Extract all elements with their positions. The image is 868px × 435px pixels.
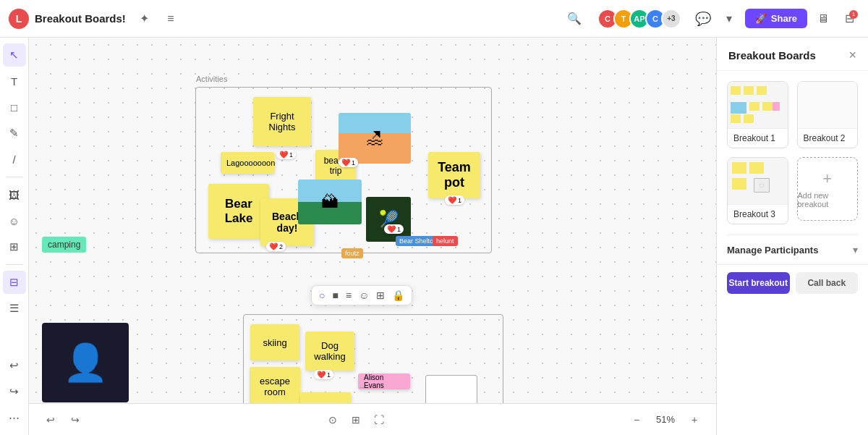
- panel-title: Breakout Boards: [728, 49, 816, 62]
- breakout-3-thumb: □: [728, 158, 788, 204]
- breakout-card-1[interactable]: Breakout 1: [727, 81, 788, 148]
- cursor-helunt: helunt: [433, 236, 458, 246]
- avatar-more[interactable]: +3: [661, 9, 681, 29]
- call-back-button[interactable]: Call back: [796, 272, 859, 294]
- beach-photo: 🏖: [339, 113, 411, 164]
- search-button[interactable]: 🔍: [563, 7, 586, 30]
- left-sidebar: ↖ T □ ✎ / 🖼 ☺ ⊞ ⊟ ☰ ↩ ↪ ⋯: [0, 38, 29, 435]
- float-toolbar: ○ ■ ≡ ☺ ⊞ 🔒: [311, 285, 412, 305]
- breakout-1-label: Breakout 1: [728, 128, 788, 148]
- tool-emoji-picker[interactable]: ☺: [359, 290, 369, 301]
- sidebar-tool-pen[interactable]: ✎: [3, 122, 26, 145]
- zoom-level: 51%: [652, 414, 678, 425]
- bottom-right-controls: − 51% +: [626, 410, 705, 430]
- breakout-2-label: Breakout 2: [798, 128, 858, 148]
- cursor-pos: [566, 166, 570, 171]
- canvas-area: Activities Fright Nights Lagooooooon bea…: [29, 38, 716, 403]
- start-breakout-button[interactable]: Start breakout: [727, 272, 790, 294]
- panel-close-button[interactable]: ×: [848, 48, 856, 63]
- right-panel: Breakout Boards × Breakout 1: [716, 38, 868, 435]
- sidebar-tool-grid[interactable]: ⊞: [3, 235, 26, 258]
- sidebar-tool-forward[interactable]: ↪: [3, 380, 26, 403]
- sidebar-divider: [6, 177, 23, 177]
- menu-button[interactable]: ≡: [161, 9, 181, 29]
- cursor-foutz: foutz: [341, 248, 363, 258]
- heart-badge-5: ❤️1: [384, 224, 404, 234]
- zoom-out-button[interactable]: −: [626, 410, 647, 430]
- sticky-team-pot[interactable]: Team pot: [428, 152, 480, 198]
- sidebar-tool-shape[interactable]: □: [3, 96, 26, 119]
- sparkle-button[interactable]: ✦: [135, 9, 155, 29]
- add-breakout-card[interactable]: + Add new breakout: [797, 157, 859, 221]
- top-bar: L Breakout Boards! ✦ ≡ 🔍 C T AP C +3 💬 ▾…: [0, 0, 868, 38]
- sticky-lagoon[interactable]: Lagooooooon: [221, 152, 274, 174]
- manage-participants-label: Manage Participants: [727, 245, 818, 255]
- sidebar-tool-boards[interactable]: ⊟: [3, 271, 26, 294]
- heart-badge-lower: ❤️1: [314, 370, 333, 379]
- focus-button[interactable]: ⊞: [346, 410, 366, 430]
- sidebar-tool-text[interactable]: T: [3, 69, 26, 93]
- breakout-grid: Breakout 1 Breakout 2 □ Breakout 3: [717, 71, 868, 235]
- arrow-connector: →: [358, 382, 367, 392]
- sidebar-tool-image[interactable]: 🖼: [3, 183, 26, 206]
- share-icon: 🚀: [755, 13, 767, 24]
- empty-box: [425, 375, 477, 403]
- panel-actions: Start breakout Call back: [717, 264, 868, 301]
- tool-square[interactable]: ■: [332, 290, 338, 301]
- sticky-fright-nights[interactable]: Fright Nights: [253, 97, 311, 146]
- undo-button[interactable]: ↩: [41, 410, 61, 430]
- beach-photo-2: 🏔: [298, 180, 362, 224]
- tool-circle[interactable]: ○: [319, 290, 325, 301]
- manage-participants-section[interactable]: Manage Participants ▾: [727, 235, 858, 264]
- sidebar-tool-emoji[interactable]: ☺: [3, 209, 26, 232]
- notification-badge: 1: [849, 10, 858, 19]
- sticky-dog-walking[interactable]: Dog walking: [305, 331, 354, 371]
- plus-icon: +: [822, 169, 832, 188]
- sticky-potluck[interactable]: potluck: [300, 392, 351, 403]
- bottom-left-controls: ↩ ↪: [41, 410, 85, 430]
- manage-arrow-icon: ▾: [853, 244, 858, 255]
- activities-label: Activities: [196, 75, 227, 83]
- sticky-escape-room[interactable]: escape room: [250, 367, 300, 403]
- fullscreen-button[interactable]: ⛶: [369, 410, 389, 430]
- sidebar-tool-back[interactable]: ↩: [3, 354, 26, 377]
- breakout-card-3[interactable]: □ Breakout 3: [727, 157, 788, 224]
- sidebar-tool-line[interactable]: /: [3, 148, 26, 171]
- heart-badge-4: ❤️1: [445, 195, 464, 205]
- monitor-button[interactable]: 🖥: [813, 9, 833, 29]
- sidebar-tool-select[interactable]: ↖: [3, 43, 26, 67]
- share-button[interactable]: 🚀 Share: [745, 9, 807, 28]
- avatar-group: C T AP C +3: [597, 9, 681, 29]
- add-breakout-label: Add new breakout: [798, 191, 858, 208]
- camping-label[interactable]: camping: [42, 237, 86, 253]
- heart-badge-3: ❤️1: [276, 150, 296, 159]
- sticky-skiing[interactable]: skiing: [250, 324, 299, 360]
- sidebar-tool-layers[interactable]: ☰: [3, 297, 26, 320]
- app-logo: L: [9, 9, 29, 29]
- person-photo: 👤: [42, 323, 129, 402]
- tool-lines[interactable]: ≡: [346, 290, 352, 301]
- bottom-bar: ↩ ↪ ⊙ ⊞ ⛶ − 51% +: [29, 403, 716, 435]
- sidebar-tool-dots[interactable]: ⋯: [3, 406, 26, 429]
- heart-badge-1: ❤️1: [339, 158, 358, 167]
- breakout-3-label: Breakout 3: [728, 204, 788, 224]
- chevron-down-button[interactable]: ▾: [719, 9, 739, 29]
- bottom-center-controls: ⊙ ⊞ ⛶: [323, 410, 389, 430]
- sidebar-divider-2: [6, 264, 23, 265]
- redo-button[interactable]: ↪: [65, 410, 85, 430]
- breakout-2-thumb: [798, 82, 858, 128]
- tool-table[interactable]: ⊞: [376, 290, 385, 301]
- panel-header: Breakout Boards ×: [717, 38, 868, 71]
- comments-button[interactable]: 💬: [693, 9, 713, 29]
- breakout-1-thumb: [728, 82, 788, 128]
- tool-lock[interactable]: 🔒: [392, 290, 404, 301]
- app-title: Breakout Boards!: [35, 12, 126, 25]
- tennis-photo: 🎾: [366, 197, 411, 242]
- history-button[interactable]: ⊙: [323, 410, 343, 430]
- breakout-card-2[interactable]: Breakout 2: [797, 81, 859, 148]
- share-label: Share: [771, 13, 797, 24]
- zoom-in-button[interactable]: +: [684, 410, 705, 430]
- heart-badge-2: ❤️2: [266, 242, 286, 251]
